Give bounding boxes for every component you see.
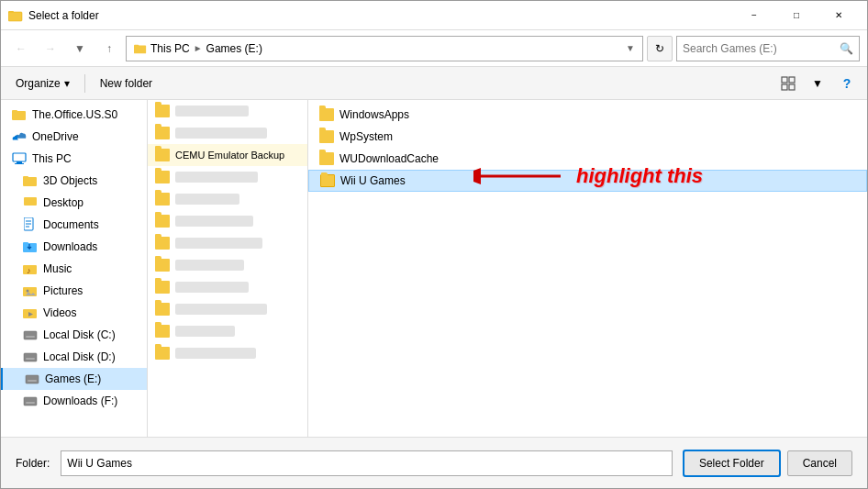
svg-rect-6: [789, 77, 795, 83]
folder-icon: [155, 171, 170, 183]
list-item[interactable]: [148, 298, 307, 320]
svg-rect-15: [23, 176, 28, 179]
window-controls: − □ ✕: [733, 1, 860, 30]
list-item[interactable]: [148, 166, 307, 188]
folder-icon: [155, 259, 170, 272]
svg-rect-1: [8, 11, 14, 14]
sidebar-item-downloadsf[interactable]: Downloads (F:): [1, 390, 147, 412]
svg-rect-4: [134, 44, 139, 47]
blurred-name: [175, 348, 256, 359]
svg-rect-33: [26, 375, 39, 383]
select-folder-button[interactable]: Select Folder: [684, 450, 780, 476]
sidebar-item-music[interactable]: ♪ Music: [1, 258, 147, 280]
new-folder-label: New folder: [100, 77, 152, 90]
window-icon: [8, 8, 23, 23]
sidebar-item-pictures[interactable]: Pictures: [1, 280, 147, 302]
folder-input[interactable]: [61, 450, 673, 476]
svg-rect-22: [23, 242, 28, 245]
svg-rect-5: [782, 77, 787, 83]
folder-icon: [155, 215, 170, 228]
sidebar-item-documents[interactable]: Documents: [1, 214, 147, 236]
sidebar-label: 3D Objects: [43, 174, 97, 187]
file-label: WpSystem: [339, 130, 856, 143]
list-item[interactable]: [148, 122, 307, 144]
minimize-button[interactable]: −: [733, 1, 775, 30]
sidebar-label: Documents: [43, 218, 99, 231]
folder-icon: [155, 105, 170, 117]
list-item[interactable]: [148, 232, 307, 254]
address-path[interactable]: This PC ► Games (E:) ▼: [126, 36, 643, 61]
sidebar-label: Local Disk (D:): [43, 350, 116, 363]
file-label: WindowsApps: [339, 108, 856, 121]
list-item[interactable]: [148, 342, 307, 364]
list-item-wiiugames[interactable]: Wii U Games: [308, 170, 867, 192]
svg-rect-8: [789, 84, 795, 90]
address-bar: ← → ▼ ↑ This PC ► Games (E:) ▼ ↻ 🔍: [1, 30, 867, 67]
sidebar-item-theoffice[interactable]: The.Office.US.S0: [1, 104, 147, 126]
folder-label: Folder:: [16, 457, 50, 470]
sidebar-item-localdiskd[interactable]: Local Disk (D:): [1, 346, 147, 368]
sidebar-label: Pictures: [43, 284, 83, 297]
drive-c-icon: [23, 328, 38, 342]
list-item-wudownloadcache[interactable]: WUDownloadCache: [308, 148, 867, 170]
blurred-name: [175, 282, 249, 293]
blurred-name: [175, 238, 262, 249]
window-title: Select a folder: [28, 9, 733, 22]
pictures-icon: [23, 283, 38, 298]
svg-rect-29: [24, 331, 37, 339]
back-button[interactable]: ←: [8, 36, 34, 61]
blurred-name: [175, 260, 244, 271]
svg-rect-30: [26, 336, 35, 338]
search-box: 🔍: [676, 36, 860, 61]
drive-d-icon: [23, 350, 38, 364]
list-item[interactable]: [148, 320, 307, 342]
view-button[interactable]: [775, 71, 801, 96]
list-item[interactable]: [148, 100, 307, 122]
list-item[interactable]: [148, 276, 307, 298]
maximize-button[interactable]: □: [775, 1, 818, 30]
close-button[interactable]: ✕: [818, 1, 860, 30]
svg-point-26: [27, 290, 29, 293]
sidebar-item-desktop[interactable]: Desktop: [1, 192, 147, 214]
path-drive: Games (E:): [206, 42, 262, 55]
help-button[interactable]: ?: [834, 71, 860, 96]
folder-icon: [155, 281, 170, 294]
list-item[interactable]: [148, 210, 307, 232]
sidebar-item-3dobjects[interactable]: 3D Objects: [1, 170, 147, 192]
sidebar-item-videos[interactable]: Videos: [1, 302, 147, 324]
sidebar-item-onedrive[interactable]: OneDrive: [1, 126, 147, 148]
view-dropdown-button[interactable]: ▼: [805, 71, 830, 96]
list-item-wpsystem[interactable]: WpSystem: [308, 126, 867, 148]
search-input[interactable]: [683, 42, 840, 55]
forward-button[interactable]: →: [38, 36, 63, 61]
sidebar-label: Downloads: [43, 240, 97, 253]
refresh-button[interactable]: ↻: [647, 36, 673, 61]
organize-arrow: ▾: [64, 77, 70, 90]
list-item[interactable]: [148, 188, 307, 210]
organize-button[interactable]: Organize ▾: [8, 71, 77, 96]
dropdown-button[interactable]: ▼: [67, 36, 93, 61]
organize-label: Organize: [16, 77, 61, 90]
svg-rect-32: [26, 358, 35, 360]
list-item-windowsapps[interactable]: WindowsApps: [308, 104, 867, 126]
new-folder-button[interactable]: New folder: [93, 71, 160, 96]
title-bar: Select a folder − □ ✕: [1, 1, 867, 30]
sidebar-item-gamese[interactable]: Games (E:): [1, 368, 147, 390]
sidebar-label: The.Office.US.S0: [32, 108, 117, 121]
list-item[interactable]: [148, 254, 307, 276]
svg-rect-13: [15, 163, 24, 164]
sidebar-item-thispc[interactable]: This PC: [1, 148, 147, 170]
sidebar-item-downloads[interactable]: Downloads: [1, 236, 147, 258]
left-file-pane: CEMU Emulator Backup: [148, 100, 308, 437]
folder-icon: [155, 325, 170, 338]
folder-icon: [155, 127, 170, 139]
folder-icon: [155, 237, 170, 250]
sidebar-item-localdiskc[interactable]: Local Disk (C:): [1, 324, 147, 346]
up-button[interactable]: ↑: [96, 36, 122, 61]
thispc-icon: [12, 151, 27, 166]
cancel-button[interactable]: Cancel: [787, 450, 852, 476]
folder-icon: [319, 130, 334, 143]
list-item-cemu[interactable]: CEMU Emulator Backup: [148, 144, 307, 166]
blurred-name: [175, 172, 258, 183]
blurred-name: [175, 128, 267, 139]
